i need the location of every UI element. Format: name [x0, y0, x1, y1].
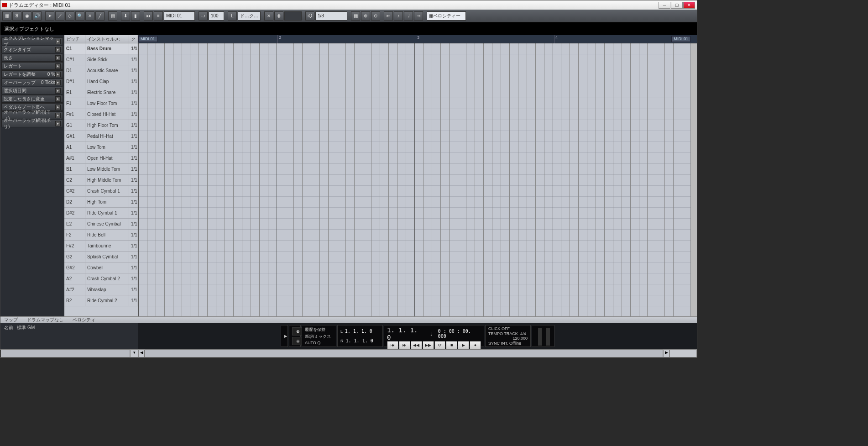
expand-icon[interactable]: ▸ [55, 47, 61, 52]
keep-history[interactable]: 履歴を保持 [305, 327, 333, 333]
auto-q[interactable]: AUTO Q [305, 341, 333, 345]
midi-step-button[interactable]: ▮ [131, 11, 140, 21]
minimize-button[interactable]: ─ [659, 2, 670, 9]
rewind-end-button[interactable]: ⏭ [399, 341, 410, 349]
drum-row[interactable]: B2Ride Cymbal 21/1 [64, 295, 138, 306]
new-mix[interactable]: 新規/ミックス [305, 334, 333, 340]
line-tool[interactable]: ╱ [95, 11, 105, 21]
click-state[interactable]: OFF [502, 326, 510, 331]
inspector-row[interactable]: オーバーラップ0 Ticks▸ [1, 79, 63, 86]
inspector-row[interactable]: レガートを調整0 %▸ [1, 70, 63, 78]
step3-button[interactable]: ♩ [404, 11, 413, 21]
drum-row[interactable]: C#2Crash Cymbal 11/1 [64, 186, 138, 197]
expand-handle[interactable]: ▶ [281, 334, 288, 338]
mute-tool[interactable]: ✕ [85, 11, 94, 21]
expand-icon[interactable]: ▸ [55, 88, 61, 94]
timesig[interactable]: 4/4 [520, 331, 526, 336]
maximize-button[interactable]: ▢ [671, 2, 683, 9]
tempo-mode[interactable]: TRACK [504, 331, 518, 336]
scroll-left-button[interactable]: ◀ [138, 350, 145, 357]
primary-position[interactable]: 1. 1. 1. 0 [387, 326, 425, 341]
drum-row[interactable]: A#1Open Hi-Hat1/1 [64, 153, 138, 164]
right-locator[interactable]: 1. 1. 1. 0 [346, 338, 373, 343]
L-button[interactable]: L [228, 11, 237, 21]
inspector-row[interactable]: レガート▸ [1, 62, 63, 70]
header-instrument[interactable]: インストゥルメ: [85, 35, 129, 43]
insert-velocity-field[interactable]: 100 [209, 11, 224, 21]
drummap-none[interactable]: ドラムマップなし [27, 317, 63, 323]
record-button[interactable]: ● [470, 341, 481, 349]
primary-time[interactable]: 0 : 00 : 00. 000 [438, 329, 481, 339]
setting1-button[interactable]: ⊕ [361, 11, 370, 21]
fast-forward-button[interactable]: ▶▶ [423, 341, 434, 349]
drum-row[interactable]: G#2Cowbell1/1 [64, 262, 138, 273]
drum-row[interactable]: B1Low Middle Tom1/1 [64, 164, 138, 175]
drum-row[interactable]: D#2Ride Cymbal 11/1 [64, 208, 138, 219]
expand-icon[interactable]: ▸ [56, 39, 61, 44]
speaker-button[interactable]: 🔊 [32, 11, 42, 21]
expand-icon[interactable]: ▸ [55, 121, 61, 126]
dq-field[interactable]: ド…ク… [238, 11, 261, 21]
header-quantize[interactable]: ク [129, 35, 137, 43]
expand-icon[interactable]: ▸ [55, 55, 61, 61]
grid-button[interactable]: ⋕ [274, 11, 283, 21]
zoom-tool[interactable]: 🔍 [75, 11, 84, 21]
iq-button[interactable]: iQ [305, 11, 314, 21]
vertical-scrollbar[interactable] [690, 43, 697, 316]
expand-icon[interactable]: ▸ [55, 63, 61, 69]
drum-row[interactable]: F1Low Floor Tom1/1 [64, 98, 138, 109]
h-scroll-main[interactable] [145, 350, 663, 357]
velocity-tab[interactable]: ベロシティ [73, 317, 95, 323]
drum-row[interactable]: C2High Middle Tom1/1 [64, 175, 138, 186]
record-here-button[interactable]: ◉ [22, 11, 31, 21]
part-mode-button[interactable]: ≡ [154, 11, 163, 21]
arrow-tool[interactable]: ➤ [45, 11, 54, 21]
inspector-row[interactable]: 選択項目間▸ [1, 87, 63, 94]
drum-row[interactable]: C1Bass Drum1/1 [64, 43, 138, 54]
expand-icon[interactable]: ▸ [55, 72, 61, 77]
expand-icon[interactable]: ▸ [55, 96, 61, 102]
inspector-row[interactable]: エクスプレッションマップ▸ [1, 37, 63, 45]
quantize-preset[interactable]: 1/8 [315, 11, 347, 21]
part-name-field[interactable]: MIDI 01 [164, 11, 195, 21]
drum-row[interactable]: F2Ride Bell1/1 [64, 230, 138, 241]
step1-button[interactable]: ⇤ [384, 11, 393, 21]
bpm[interactable]: 120.000 [512, 336, 528, 341]
name-value[interactable]: 標準 GM [17, 325, 35, 330]
sync-offline[interactable]: Offline [509, 341, 521, 346]
left-locator[interactable]: 1. 1. 1. 0 [345, 329, 372, 334]
snap-x-button[interactable]: ✕ [264, 11, 273, 21]
part-start-tag[interactable]: MIDI 01 [138, 36, 157, 42]
drum-row[interactable]: D2High Tom1/1 [64, 197, 138, 208]
part-left-button[interactable]: ⏮ [144, 11, 153, 21]
drum-row[interactable]: E2Chinese Cymbal1/1 [64, 219, 138, 230]
cycle-button[interactable]: ⟳ [434, 341, 446, 349]
drum-row[interactable]: G2Splash Cymbal1/1 [64, 252, 138, 262]
drum-row[interactable]: D#1Hand Clap1/1 [64, 76, 138, 87]
midi-in-button[interactable]: ⬇ [121, 11, 130, 21]
drum-grid-canvas[interactable]: MIDI 01 MIDI 01 234 [138, 35, 697, 316]
auto-scroll-button[interactable]: ▤ [108, 11, 117, 21]
drumstick-tool[interactable]: ／ [55, 11, 64, 21]
velocity-button[interactable]: ↓♪ [199, 11, 208, 21]
zoom-menu-button[interactable]: ▾ [130, 350, 138, 357]
inspector-row[interactable]: 長さ▸ [1, 54, 63, 62]
scroll-right-button[interactable]: ▶ [663, 350, 669, 357]
drum-row[interactable]: A1Low Tom1/1 [64, 142, 138, 153]
step4-button[interactable]: ⇥ [414, 11, 423, 21]
drum-row[interactable]: F#1Closed Hi-Hat1/1 [64, 109, 138, 120]
expand-icon[interactable]: ▸ [55, 80, 61, 85]
inspector-row[interactable]: オーバーラップ解消(ポリ)▸ [1, 120, 63, 127]
locator-R[interactable]: R [340, 339, 344, 343]
close-button[interactable]: ✕ [683, 2, 695, 9]
solo-edit-button[interactable]: ▦ [2, 11, 11, 21]
drum-row[interactable]: D1Acoustic Snare1/1 [64, 65, 138, 76]
colors-button[interactable]: ▦ [351, 11, 360, 21]
drum-row[interactable]: A2Crash Cymbal 21/1 [64, 273, 138, 284]
fast-rewind-button[interactable]: ◀◀ [411, 341, 422, 349]
velocity-menu[interactable]: ▦ ベロシティー [427, 11, 466, 21]
sync-int[interactable]: INT. [501, 341, 508, 346]
drum-row[interactable]: E1Electric Snare1/1 [64, 87, 138, 98]
drum-row[interactable]: C#1Side Stick1/1 [64, 54, 138, 65]
h-scroll-left[interactable] [0, 350, 130, 357]
